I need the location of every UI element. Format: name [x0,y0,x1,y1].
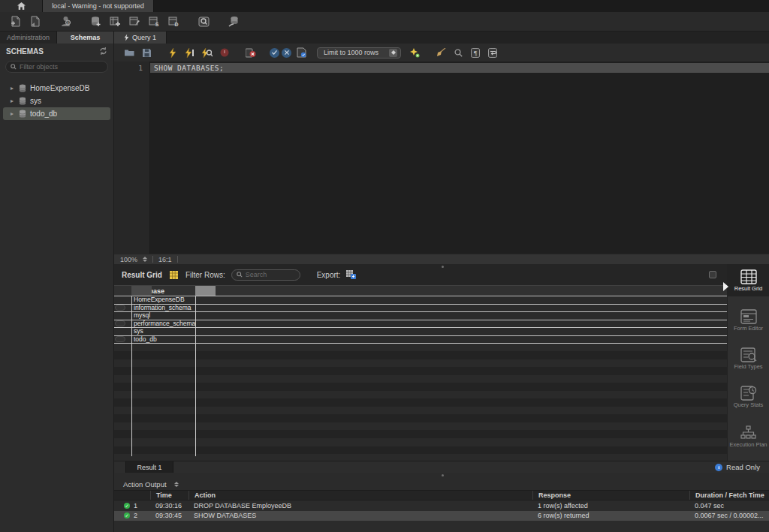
export-icon[interactable] [346,270,356,279]
side-panel-form-editor[interactable]: Form Editor [728,304,769,336]
commit-button[interactable] [270,48,279,58]
schema-filter-input[interactable] [20,63,103,71]
stop-button[interactable] [217,46,232,59]
execute-lightning-icon [169,48,176,58]
result-1-tab[interactable]: Result 1 [125,461,173,473]
database-icon [19,84,26,92]
row-response: 6 row(s) returned [532,511,689,521]
field-types-panel-icon [740,347,757,362]
search-icon [11,64,17,70]
rollback-x-icon [285,50,289,55]
find-button[interactable] [451,46,466,59]
create-view-button[interactable] [126,14,143,29]
search-icon [237,272,243,278]
panel-collapse-arrow-icon[interactable] [723,282,728,291]
lightning-icon [124,34,129,41]
refresh-icon[interactable] [99,47,107,55]
splitter-handle[interactable] [442,474,444,476]
success-check-icon: ✓ [124,503,130,509]
chevron-right-icon[interactable]: ▸ [11,85,15,92]
tab-query-1-label: Query 1 [132,34,156,41]
new-document-icon [11,16,21,27]
side-panel-execution-plan[interactable]: Execution Plan [728,420,769,452]
create-table-button[interactable] [107,14,123,29]
rollback-button[interactable] [282,48,291,58]
side-panel-label: Execution Plan [729,442,767,448]
result-row[interactable]: todo_db [114,336,727,344]
splitter-handle[interactable] [442,266,444,268]
result-row[interactable]: information_schema [114,305,727,313]
tab-schemas[interactable]: Schemas [57,32,114,44]
clean-button[interactable] [433,46,448,59]
current-line[interactable]: SHOW DATABASES; [150,63,769,73]
execute-current-button[interactable] [182,46,198,59]
result-row[interactable]: HomeExpenseDB [114,296,727,305]
action-output-row[interactable]: ✓ 1 09:30:16 DROP DATABASE EmployeeDB 1 … [114,500,769,511]
query-editor-toolbar: Limit to 1000 rows [114,44,769,62]
explain-button[interactable] [200,46,215,59]
new-sql-tab-button[interactable] [8,14,24,29]
action-output-selector[interactable] [174,482,179,487]
query-stats-panel-icon [740,386,757,401]
beautify-button[interactable] [407,46,422,59]
limit-rows-value: Limit to 1000 rows [324,49,378,56]
sidebar-tab-row: Administration Schemas Query 1 [0,32,769,44]
result-grid-body[interactable]: HomeExpenseDB information_schema mysql p… [114,296,727,461]
side-panel-result-grid[interactable]: Result Grid [728,264,769,296]
grid-icon [170,271,178,279]
sql-editor[interactable]: 1 SHOW DATABASES; [114,62,769,254]
limit-rows-dropdown[interactable]: Limit to 1000 rows [317,47,401,59]
result-row[interactable]: performance_schema [114,320,727,329]
tab-query-1[interactable]: Query 1 [114,32,167,44]
toggle-autocommit-button[interactable] [294,46,309,59]
schema-label: sys [30,97,41,105]
schema-tree: ▸ HomeExpenseDB ▸ sys ▸ [0,82,113,120]
column-divider [131,296,132,456]
main-toolbar: i S D [0,12,769,32]
schema-item-sys[interactable]: ▸ sys [3,95,110,107]
editor-code-area[interactable]: SHOW DATABASES; [150,62,769,254]
editor-status-bar: 100% 16:1 [114,254,769,264]
save-script-button[interactable] [139,46,154,59]
toggle-invisible-chars-button[interactable]: ¶ [468,46,483,59]
inspector-button[interactable]: i [57,14,74,29]
read-only-label: Read Only [726,463,760,471]
home-tab[interactable] [0,0,43,12]
result-grid-column-header[interactable]: Database [114,285,727,296]
open-file-button[interactable] [122,46,137,59]
connection-tab[interactable]: local - Warning - not supported [43,0,154,12]
toggle-stop-on-error-button[interactable] [243,46,258,59]
search-table-data-button[interactable] [195,14,212,29]
toggle-word-wrap-button[interactable] [485,46,500,59]
dropdown-stepper-icon [389,49,397,57]
result-grid-panel-icon [740,269,757,284]
filter-rows-label: Filter Rows: [185,271,225,279]
create-schema-button[interactable] [87,14,104,29]
chevron-right-icon[interactable]: ▸ [11,110,15,117]
schema-item-homeexpensedb[interactable]: ▸ HomeExpenseDB [3,82,110,95]
zoom-stepper[interactable] [143,257,147,262]
result-grid-toolbar: Result Grid Filter Rows: Export: [114,264,727,285]
create-function-button[interactable]: D [165,14,182,29]
reconnect-button[interactable] [225,14,242,29]
schema-item-todo-db[interactable]: ▸ todo_db [3,107,110,120]
result-row[interactable]: mysql [114,312,727,320]
explain-icon [202,48,213,58]
cell-database[interactable]: performance_schema [114,320,195,327]
line-number: 1 [114,64,143,72]
cell-database[interactable]: information_schema [114,305,191,311]
side-panel-field-types[interactable]: Field Types [728,342,769,374]
tab-administration[interactable]: Administration [0,32,57,44]
collapse-panel-icon[interactable] [709,271,716,278]
action-output-row-selected[interactable]: ✓ 2 09:30:45 SHOW DATABASES 6 row(s) ret… [114,511,769,521]
chevron-right-icon[interactable]: ▸ [11,98,15,104]
execute-button[interactable] [165,46,180,59]
column-divider[interactable] [195,296,196,456]
result-search-input[interactable] [246,271,295,278]
side-panel-label: Query Stats [734,402,764,408]
create-procedure-button[interactable]: S [146,14,162,29]
action-output-panel: Action Output Time Action Response Durat… [114,473,769,532]
result-row[interactable]: sys [114,328,727,336]
side-panel-query-stats[interactable]: Query Stats [728,380,769,413]
open-script-button[interactable] [27,14,44,29]
